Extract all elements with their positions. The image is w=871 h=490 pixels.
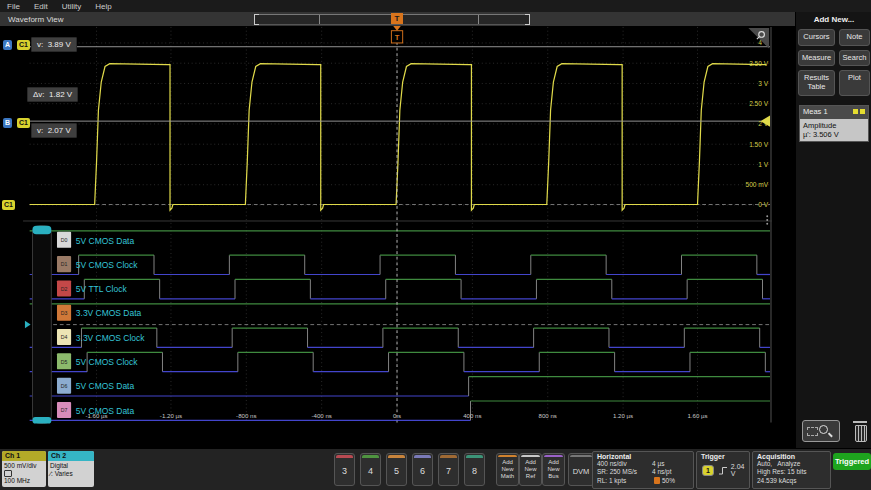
- channel2-badge-header: Ch 2: [48, 451, 94, 461]
- tab-waveform-view[interactable]: Waveform View: [8, 15, 64, 24]
- digital-group-handle-bottom: [32, 417, 51, 424]
- cursor-b-source-badge[interactable]: C1: [17, 118, 30, 128]
- cursor-b-readout[interactable]: v: 2.07 V: [31, 123, 77, 138]
- meas-indicator-icon: [853, 109, 858, 114]
- add-new-buttons: CursorsNoteMeasureSearchResults TablePlo…: [796, 29, 871, 96]
- analog-trace-ch1: [30, 64, 767, 210]
- channel-color-stripe: [336, 455, 353, 458]
- channel1-badge-header: Ch 1: [2, 451, 46, 461]
- trash-button[interactable]: [852, 420, 868, 442]
- trigger-position-icon: [654, 477, 660, 484]
- digital-badge-label-D7: D7: [61, 407, 68, 413]
- voltage-axis-label: 500 mV: [745, 181, 768, 188]
- magnifier-icon: [819, 425, 828, 434]
- color-stripe: [544, 455, 563, 457]
- dvm-button[interactable]: DVM: [568, 453, 594, 486]
- measurement-badge[interactable]: Meas 1 Amplitude µ': 3.506 V: [799, 105, 869, 143]
- cursor-a-badge[interactable]: A: [3, 40, 12, 50]
- triggered-status-badge: Triggered: [833, 453, 871, 470]
- cursor-a-source-badge[interactable]: C1: [17, 40, 30, 50]
- time-axis-label: -1.20 µs: [160, 412, 182, 419]
- digital-channel-name-D5: 5V CMOS Clock: [76, 357, 138, 367]
- menu-file[interactable]: File: [7, 2, 20, 11]
- note-button[interactable]: Note: [839, 29, 870, 46]
- channel6-button[interactable]: 6: [412, 453, 433, 486]
- voltage-axis-label: 3.50 V: [749, 60, 769, 67]
- time-axis-label: 0 s: [393, 412, 401, 419]
- channel7-button[interactable]: 7: [438, 453, 459, 486]
- horizontal-row: RL: 1 kpts50%: [593, 477, 693, 485]
- menu-help[interactable]: Help: [95, 2, 111, 11]
- digital-group-handle-top: [32, 226, 51, 234]
- acquisition-row: High Res: 15 bits: [753, 468, 830, 476]
- time-axis-label: -400 ns: [311, 412, 331, 419]
- channel2-badge[interactable]: Ch 2 Digital ∕: Varies: [48, 451, 94, 487]
- channel8-button[interactable]: 8: [464, 453, 485, 486]
- channel-color-stripe: [440, 455, 457, 458]
- record-view-left-bracket[interactable]: [254, 14, 259, 25]
- channel4-button[interactable]: 4: [360, 453, 381, 486]
- digital-badge-label-D3: D3: [61, 310, 68, 316]
- cursor-b-badge[interactable]: B: [3, 118, 12, 128]
- digital-badge-label-D2: D2: [61, 286, 68, 292]
- menu-edit[interactable]: Edit: [34, 2, 48, 11]
- digital-position-marker[interactable]: [25, 321, 31, 329]
- trigger-panel[interactable]: Trigger 1 2.04 V: [696, 451, 750, 489]
- acquisition-panel[interactable]: Acquisition Auto, AnalyzeHigh Res: 15 bi…: [752, 451, 831, 489]
- acquisition-row: Auto, Analyze: [753, 460, 830, 468]
- digital-group-handle[interactable]: [32, 226, 51, 424]
- splitter-dots-handle[interactable]: [766, 219, 768, 221]
- horizontal-panel[interactable]: Horizontal 400 ns/div4 µsSR: 250 MS/s4 n…: [592, 451, 694, 489]
- digital-badge-label-D6: D6: [61, 383, 68, 389]
- add-new-math-button[interactable]: AddNewMath: [496, 453, 519, 486]
- channel1-badge[interactable]: Ch 1 500 mV/div 100 MHz: [2, 451, 46, 487]
- add-new-title: Add New...: [796, 15, 871, 24]
- measurement-badge-header: Meas 1: [800, 106, 868, 119]
- voltage-axis-label: 1 V: [758, 161, 768, 168]
- time-axis-label: 400 ns: [463, 412, 481, 419]
- record-view-tick: [319, 15, 320, 24]
- cursor-a-readout[interactable]: v: 3.89 V: [31, 37, 77, 52]
- splitter-dots-handle[interactable]: [766, 215, 768, 217]
- channel-color-stripe: [362, 455, 379, 458]
- trigger-point-label: T: [395, 33, 400, 42]
- time-axis-label: 800 ns: [539, 412, 557, 419]
- zoom-mode-button[interactable]: [802, 420, 840, 442]
- tab-row: Waveform View T: [0, 12, 795, 27]
- measurement-badge-body: Amplitude µ': 3.506 V: [800, 119, 868, 142]
- record-view-right-bracket[interactable]: [525, 14, 530, 25]
- scope-graticule: D05V CMOS DataD15V CMOS ClockD25V TTL Cl…: [0, 26, 795, 448]
- results-table-button[interactable]: Results Table: [798, 70, 835, 95]
- acquisition-row: 24.539 kAcqs: [753, 477, 830, 485]
- splitter-dots-handle[interactable]: [766, 223, 768, 225]
- voltage-axis-label: 3 V: [758, 80, 768, 87]
- oscilloscope-app: FileEditUtilityHelp Waveform View T D05V…: [0, 0, 871, 490]
- settings-bar: Ch 1 500 mV/div 100 MHz Ch 2 Digital ∕: …: [0, 448, 871, 490]
- cursor-delta-readout[interactable]: Δv: 1.82 V: [27, 87, 78, 102]
- search-button[interactable]: Search: [839, 50, 870, 67]
- add-new-bus-button[interactable]: AddNewBus: [542, 453, 565, 486]
- channel2-mode: Digital: [50, 462, 92, 470]
- horizontal-row: 400 ns/div4 µs: [593, 460, 693, 468]
- measure-button[interactable]: Measure: [798, 50, 835, 67]
- trigger-arrow-icon: [393, 26, 401, 31]
- channel3-button[interactable]: 3: [334, 453, 355, 486]
- digital-channel-name-D0: 5V CMOS Data: [76, 236, 135, 246]
- meas-indicator-icon: [860, 109, 865, 114]
- waveform-canvas[interactable]: D05V CMOS DataD15V CMOS ClockD25V TTL Cl…: [0, 26, 795, 448]
- channel5-button[interactable]: 5: [386, 453, 407, 486]
- voltage-axis-label: 2.50 V: [749, 100, 769, 107]
- digital-badge-label-D0: D0: [61, 237, 68, 243]
- plot-button[interactable]: Plot: [839, 70, 870, 95]
- voltage-axis-label: 1.50 V: [749, 141, 769, 148]
- add-new-ref-button[interactable]: AddNewRef: [519, 453, 542, 486]
- channel1-position-tag[interactable]: C1: [2, 200, 15, 210]
- menu-utility[interactable]: Utility: [62, 2, 82, 11]
- channel-color-stripe: [414, 455, 431, 458]
- time-axis-label: -800 ns: [236, 412, 256, 419]
- trigger-position-flag[interactable]: T: [391, 13, 403, 24]
- channel-color-stripe: [388, 455, 405, 458]
- color-stripe: [521, 455, 540, 457]
- channel1-scale: 500 mV/div: [4, 462, 44, 470]
- cursors-button[interactable]: Cursors: [798, 29, 835, 46]
